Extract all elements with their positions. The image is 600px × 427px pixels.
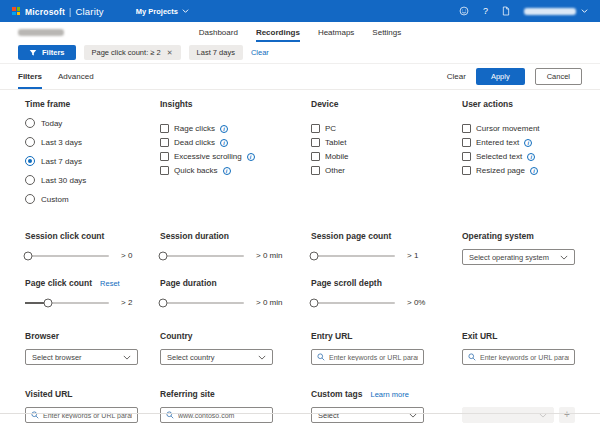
checkbox-quick-backs[interactable]: Quick backsi [160, 166, 311, 175]
info-icon[interactable]: i [220, 139, 228, 147]
close-icon[interactable]: ✕ [167, 49, 173, 57]
radio-label: Today [41, 119, 62, 128]
checkbox-resized-page[interactable]: Resized pagei [462, 166, 575, 175]
radio-icon [25, 194, 35, 204]
filter-funnel-icon [29, 49, 37, 57]
info-icon[interactable]: i [247, 153, 255, 161]
slider-thumb[interactable] [159, 298, 168, 307]
info-icon[interactable]: i [220, 125, 228, 133]
tab-recordings[interactable]: Recordings [256, 22, 300, 42]
page-click-count-slider[interactable] [25, 302, 109, 304]
custom-tags-select[interactable]: Select [311, 407, 424, 423]
page-click-count-label: Page click count [25, 278, 92, 288]
exit-url-filter: Exit URL [462, 331, 575, 365]
custom-tags-filter: Custom tags Learn more Select [311, 389, 462, 423]
brand-divider: | [69, 7, 71, 17]
checkbox-icon [160, 138, 169, 147]
filter-chip-bar: Filters Page click count: ≥ 2 ✕ Last 7 d… [0, 42, 600, 64]
learn-more-link[interactable]: Learn more [370, 390, 408, 399]
radio-selected-icon [25, 156, 35, 166]
session-duration-value: > 0 min [256, 251, 282, 260]
project-nav-row: Dashboard Recordings Heatmaps Settings [0, 22, 600, 42]
session-page-count-filter: Session page count > 1 [311, 231, 462, 265]
slider-thumb[interactable] [310, 298, 319, 307]
info-icon[interactable]: i [527, 153, 535, 161]
select-placeholder: Select operating system [469, 253, 549, 262]
checkbox-label: Dead clicks [174, 138, 215, 147]
top-app-bar: Microsoft|Clarity My Projects ? [0, 0, 600, 22]
checkbox-excessive-scrolling[interactable]: Excessive scrollingi [160, 152, 311, 161]
checkbox-mobile[interactable]: Mobile [311, 152, 462, 161]
reset-link[interactable]: Reset [100, 279, 120, 288]
slider-thumb[interactable] [24, 251, 33, 260]
radio-last-30-days[interactable]: Last 30 days [25, 175, 160, 185]
checkbox-label: Selected text [476, 152, 522, 161]
browser-select[interactable]: Select browser [25, 349, 138, 365]
clear-button[interactable]: Clear [447, 72, 466, 81]
slider-thumb[interactable] [310, 251, 319, 260]
page-duration-filter: Page duration > 0 min [160, 278, 311, 307]
page-scroll-depth-filter: Page scroll depth > 0% [311, 278, 462, 307]
user-account-menu[interactable] [524, 8, 588, 15]
filter-chip-last-7-days[interactable]: Last 7 days [189, 45, 243, 60]
docs-icon[interactable] [502, 6, 510, 16]
checkbox-pc[interactable]: PC [311, 124, 462, 133]
tab-filters[interactable]: Filters [18, 64, 42, 89]
page-scroll-depth-slider[interactable] [311, 302, 395, 304]
checkbox-tablet[interactable]: Tablet [311, 138, 462, 147]
visited-url-label: Visited URL [25, 389, 160, 399]
info-icon[interactable]: i [530, 167, 538, 175]
device-section: Device PC Tablet Mobile Other [311, 99, 462, 213]
tab-heatmaps[interactable]: Heatmaps [318, 22, 354, 42]
radio-custom[interactable]: Custom [25, 194, 160, 204]
checkbox-cursor-movement[interactable]: Cursor movement [462, 124, 575, 133]
checkbox-label: Other [325, 166, 345, 175]
checkbox-rage-clicks[interactable]: Rage clicksi [160, 124, 311, 133]
filter-chip-page-click-count[interactable]: Page click count: ≥ 2 ✕ [84, 45, 181, 60]
microsoft-logo-icon [12, 7, 20, 15]
session-duration-slider[interactable] [160, 255, 244, 257]
operating-system-select[interactable]: Select operating system [462, 249, 575, 265]
browser-label: Browser [25, 331, 160, 341]
info-icon[interactable]: i [524, 139, 532, 147]
clear-filters-link[interactable]: Clear [251, 48, 269, 57]
brand-title: Microsoft|Clarity [25, 6, 104, 17]
page-duration-slider[interactable] [160, 302, 244, 304]
radio-last-7-days[interactable]: Last 7 days [25, 156, 160, 166]
checkbox-icon [462, 124, 471, 133]
apply-button[interactable]: Apply [476, 68, 525, 85]
my-projects-menu[interactable]: My Projects [136, 7, 189, 16]
entry-url-input[interactable] [329, 354, 418, 361]
tab-dashboard[interactable]: Dashboard [199, 22, 238, 42]
checkbox-selected-text[interactable]: Selected texti [462, 152, 575, 161]
radio-label: Custom [41, 195, 69, 204]
tab-settings[interactable]: Settings [372, 22, 401, 42]
filters-button-label: Filters [42, 48, 65, 57]
filters-button[interactable]: Filters [18, 45, 76, 60]
checkbox-icon [462, 166, 471, 175]
help-icon[interactable]: ? [483, 6, 488, 16]
feedback-smiley-icon[interactable] [459, 6, 469, 16]
page-scroll-depth-value: > 0% [407, 298, 425, 307]
slider-thumb[interactable] [159, 251, 168, 260]
checkbox-other[interactable]: Other [311, 166, 462, 175]
radio-today[interactable]: Today [25, 118, 160, 128]
session-page-count-label: Session page count [311, 231, 391, 241]
session-page-count-slider[interactable] [311, 255, 395, 257]
slider-thumb[interactable] [43, 298, 52, 307]
cancel-button[interactable]: Cancel [535, 68, 582, 85]
radio-last-3-days[interactable]: Last 3 days [25, 137, 160, 147]
redacted-user-name [524, 8, 576, 15]
referring-site-input-box [160, 407, 273, 423]
exit-url-input[interactable] [480, 354, 569, 361]
country-select[interactable]: Select country [160, 349, 273, 365]
brand-microsoft: Microsoft [25, 7, 65, 17]
insights-label: Insights [160, 99, 311, 109]
checkbox-entered-text[interactable]: Entered texti [462, 138, 575, 147]
checkbox-dead-clicks[interactable]: Dead clicksi [160, 138, 311, 147]
info-icon[interactable]: i [223, 167, 231, 175]
visited-url-input-box [25, 407, 138, 423]
tab-advanced[interactable]: Advanced [58, 64, 94, 89]
session-click-count-slider[interactable] [25, 255, 109, 257]
session-page-count-value: > 1 [407, 251, 418, 260]
